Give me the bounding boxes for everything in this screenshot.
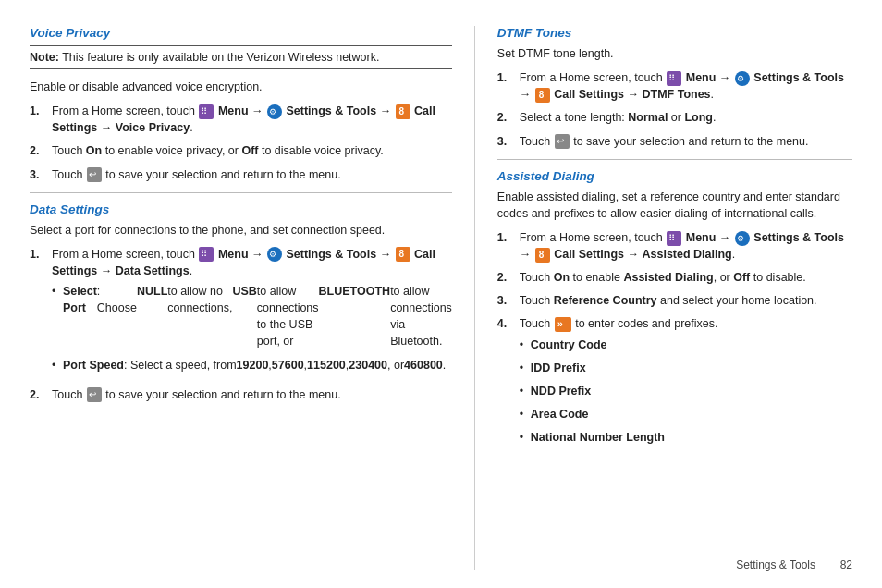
bullet-country-code: Country Code [520,337,852,353]
step-num-2: 2. [30,142,48,159]
data-settings-steps: 1. From a Home screen, touch Menu → Sett… [30,246,452,403]
assisted-step-content-4: Touch to enter codes and prefixes. Count… [520,315,852,452]
section-divider-2 [497,159,852,160]
page-number: 82 [840,558,852,571]
forward-icon [555,317,571,332]
menu-label: Menu [218,104,249,117]
data-step-num-1: 1. [30,246,48,263]
step-content-3: Touch to save your selection and return … [52,166,452,183]
dtmf-tones-section: DTMF Tones Set DTMF tone length. 1. From… [497,26,852,150]
call-settings-icon-2 [396,247,410,262]
call-settings-icon [396,104,410,119]
back-icon-3 [555,134,570,149]
dtmf-tones-intro: Set DTMF tone length. [497,45,852,62]
menu-icon-2 [199,247,214,262]
data-settings-bullets: Select Port: Choose NULL to allow no con… [52,283,452,374]
assisted-step-1: 1. From a Home screen, touch Menu → Sett… [497,229,852,263]
bullet-port-speed: Port Speed: Select a speed, from 19200, … [52,357,452,374]
settings-icon [267,104,282,119]
note-label: Note: [30,51,59,64]
voice-privacy-steps: 1. From a Home screen, touch Menu → Sett… [30,103,452,183]
step-content-2: Touch On to enable voice privacy, or Off… [52,142,452,159]
page-footer: Settings & Tools 82 [736,558,852,571]
assisted-step-num-2: 2. [497,269,516,286]
call-settings-icon-3 [535,88,550,103]
data-settings-section: Data Settings Select a port for connecti… [30,202,452,403]
dtmf-step-num-3: 3. [497,133,516,150]
data-step-1: 1. From a Home screen, touch Menu → Sett… [30,246,452,380]
assisted-step-num-4: 4. [497,315,516,332]
page-container: Voice Privacy Note: This feature is only… [0,0,882,588]
data-step-content-1: From a Home screen, touch Menu → Setting… [52,246,452,380]
back-icon-1 [87,167,102,182]
step-num-1: 1. [30,103,48,119]
step-num-3: 3. [30,166,48,183]
step-1: 1. From a Home screen, touch Menu → Sett… [30,103,452,136]
settings-icon-3 [735,71,750,86]
data-settings-title: Data Settings [30,202,452,216]
menu-icon-4 [667,231,681,246]
assisted-dialing-steps: 1. From a Home screen, touch Menu → Sett… [497,229,852,452]
step-3: 3. Touch to save your selection and retu… [30,166,452,183]
bullet-area-code: Area Code [520,406,852,423]
dtmf-step-1: 1. From a Home screen, touch Menu → Sett… [497,69,852,103]
menu-icon [199,104,214,119]
menu-icon-3 [667,71,681,86]
settings-label: Settings & Tools [286,104,376,117]
assisted-step-num-1: 1. [497,229,516,246]
right-column: DTMF Tones Set DTMF tone length. 1. From… [474,26,852,570]
bullet-idd-prefix: IDD Prefix [520,360,852,376]
data-step-2: 2. Touch to save your selection and retu… [30,386,452,403]
voice-privacy-note: Note: This feature is only available on … [30,45,452,69]
voice-privacy-title: Voice Privacy [30,26,452,40]
dtmf-step-2: 2. Select a tone length: Normal or Long. [497,109,852,126]
dtmf-step-content-1: From a Home screen, touch Menu → Setting… [520,69,852,103]
footer-text: Settings & Tools [736,558,815,571]
back-icon-2 [87,387,102,402]
voice-privacy-section: Voice Privacy Note: This feature is only… [30,26,452,183]
voice-privacy-intro: Enable or disable advanced voice encrypt… [30,79,452,95]
left-column: Voice Privacy Note: This feature is only… [30,26,474,570]
assisted-step-content-3: Touch Reference Country and select your … [520,292,852,309]
dtmf-step-num-2: 2. [497,109,516,126]
assisted-step-3: 3. Touch Reference Country and select yo… [497,292,852,309]
dtmf-step-3: 3. Touch to save your selection and retu… [497,133,852,150]
assisted-dialing-section: Assisted Dialing Enable assisted dialing… [497,169,852,453]
settings-icon-2 [267,247,282,262]
assisted-step-num-3: 3. [497,292,516,309]
bullet-national-number-length: National Number Length [520,429,852,446]
assisted-step-2: 2. Touch On to enable Assisted Dialing, … [497,269,852,286]
dtmf-step-num-1: 1. [497,69,516,86]
step-content-1: From a Home screen, touch Menu → Setting… [52,103,452,136]
data-step-num-2: 2. [30,386,48,403]
bullet-select-port: Select Port: Choose NULL to allow no con… [52,283,452,350]
assisted-step-content-2: Touch On to enable Assisted Dialing, or … [520,269,852,286]
step-2: 2. Touch On to enable voice privacy, or … [30,142,452,159]
data-step-content-2: Touch to save your selection and return … [52,386,452,403]
call-settings-icon-4 [535,248,550,263]
voice-privacy-nav-label: Voice Privacy [116,121,190,134]
bullet-ndd-prefix: NDD Prefix [520,383,852,399]
dtmf-tones-title: DTMF Tones [497,26,852,40]
settings-icon-4 [735,231,750,246]
note-text: This feature is only available on the Ve… [62,51,379,64]
assisted-step-content-1: From a Home screen, touch Menu → Setting… [520,229,852,263]
dtmf-step-content-2: Select a tone length: Normal or Long. [520,109,852,126]
assisted-step-4: 4. Touch to enter codes and prefixes. Co… [497,315,852,452]
assisted-dialing-title: Assisted Dialing [497,169,852,183]
dtmf-step-content-3: Touch to save your selection and return … [520,133,852,150]
assisted-dialing-bullets: Country Code IDD Prefix NDD Prefix Area … [520,337,852,447]
section-divider-1 [30,192,452,193]
dtmf-steps: 1. From a Home screen, touch Menu → Sett… [497,69,852,150]
data-settings-intro: Select a port for connections to the pho… [30,222,452,239]
assisted-dialing-intro: Enable assisted dialing, set a reference… [497,189,852,222]
